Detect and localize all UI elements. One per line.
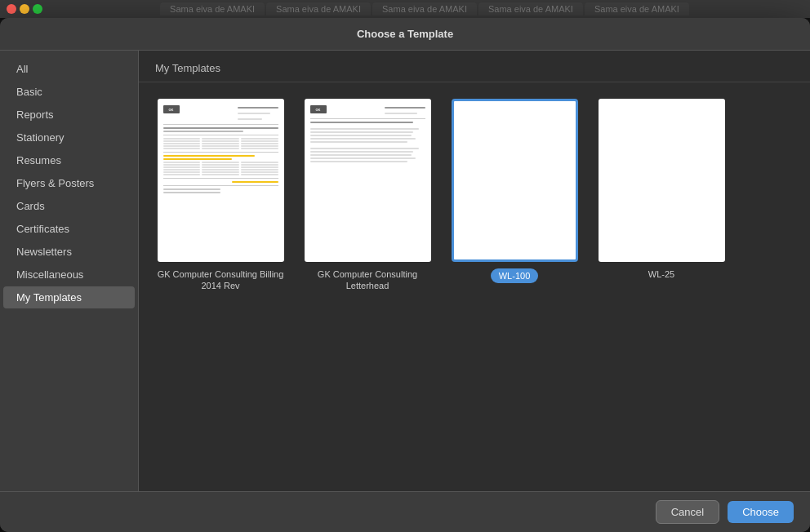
cancel-button[interactable]: Cancel xyxy=(656,500,719,524)
sidebar-label-reports: Reports xyxy=(16,109,54,121)
bg-tab-4[interactable]: Sama eiva de AMAKI xyxy=(478,2,583,16)
template-item-wl-25[interactable]: WL-25 xyxy=(596,99,727,292)
template-label-gk-letterhead: GK Computer Consulting Letterhead xyxy=(302,268,433,292)
sidebar-item-reports[interactable]: Reports xyxy=(3,104,135,126)
content-header: My Templates xyxy=(139,51,810,82)
modal-footer: Cancel Choose xyxy=(0,491,810,532)
template-item-gk-billing[interactable]: GK xyxy=(155,99,286,292)
modal-overlay: Choose a Template All Basic Reports Stat… xyxy=(0,18,810,532)
modal-title: Choose a Template xyxy=(357,28,453,40)
sidebar-label-cards: Cards xyxy=(16,200,45,212)
template-thumb-wl-25 xyxy=(599,99,725,262)
sidebar-label-newsletters: Newsletters xyxy=(16,246,72,258)
template-label-gk-billing: GK Computer Consulting Billing 2014 Rev xyxy=(155,268,286,292)
sidebar-item-newsletters[interactable]: Newsletters xyxy=(3,241,135,263)
sidebar-item-all[interactable]: All xyxy=(3,58,135,80)
template-thumb-wl-100 xyxy=(452,99,578,262)
template-grid: GK xyxy=(139,82,810,491)
minimize-button[interactable] xyxy=(20,4,29,14)
maximize-button[interactable] xyxy=(33,4,42,14)
sidebar-item-my-templates[interactable]: My Templates xyxy=(3,286,135,308)
sidebar: All Basic Reports Stationery Resumes Fly… xyxy=(0,51,139,491)
modal-header: Choose a Template xyxy=(0,18,810,51)
choose-button[interactable]: Choose xyxy=(728,501,794,523)
content-title: My Templates xyxy=(155,62,220,74)
sidebar-label-miscellaneous: Miscellaneous xyxy=(16,268,83,281)
sidebar-item-miscellaneous[interactable]: Miscellaneous xyxy=(3,264,135,286)
sidebar-item-flyers-posters[interactable]: Flyers & Posters xyxy=(3,172,135,194)
bg-tab-2[interactable]: Sama eiva de AMAKI xyxy=(266,2,371,16)
mock-logo-2: GK xyxy=(310,105,327,113)
template-thumb-gk-billing: GK xyxy=(158,99,284,262)
template-label-wl-25: WL-25 xyxy=(648,268,674,280)
choose-template-dialog: Choose a Template All Basic Reports Stat… xyxy=(0,18,810,532)
sidebar-label-flyers-posters: Flyers & Posters xyxy=(16,177,94,189)
background-tabs: Sama eiva de AMAKI Sama eiva de AMAKI Sa… xyxy=(46,2,803,16)
mock-logo: GK xyxy=(163,105,180,113)
bg-tab-1[interactable]: Sama eiva de AMAKI xyxy=(160,2,265,16)
sidebar-label-basic: Basic xyxy=(16,86,42,98)
sidebar-label-stationery: Stationery xyxy=(16,131,65,144)
modal-body: All Basic Reports Stationery Resumes Fly… xyxy=(0,51,810,491)
template-label-wl-100: WL-100 xyxy=(491,268,539,283)
sidebar-item-resumes[interactable]: Resumes xyxy=(3,149,135,171)
sidebar-item-stationery[interactable]: Stationery xyxy=(3,126,135,149)
sidebar-label-certificates: Certificates xyxy=(16,223,69,235)
bg-tab-3[interactable]: Sama eiva de AMAKI xyxy=(372,2,477,16)
sidebar-item-certificates[interactable]: Certificates xyxy=(3,218,135,240)
template-thumb-gk-letterhead: GK xyxy=(305,99,431,262)
bg-tab-5[interactable]: Sama eiva de AMAKI xyxy=(585,2,689,16)
top-bar: Sama eiva de AMAKI Sama eiva de AMAKI Sa… xyxy=(0,0,810,18)
sidebar-label-resumes: Resumes xyxy=(16,154,61,166)
close-button[interactable] xyxy=(7,4,16,14)
sidebar-label-all: All xyxy=(16,63,28,75)
sidebar-label-my-templates: My Templates xyxy=(16,291,82,304)
template-item-wl-100[interactable]: WL-100 xyxy=(449,99,580,292)
sidebar-item-cards[interactable]: Cards xyxy=(3,195,135,217)
content-area: My Templates GK xyxy=(139,51,810,491)
template-item-gk-letterhead[interactable]: GK xyxy=(302,99,433,292)
sidebar-item-basic[interactable]: Basic xyxy=(3,81,135,103)
